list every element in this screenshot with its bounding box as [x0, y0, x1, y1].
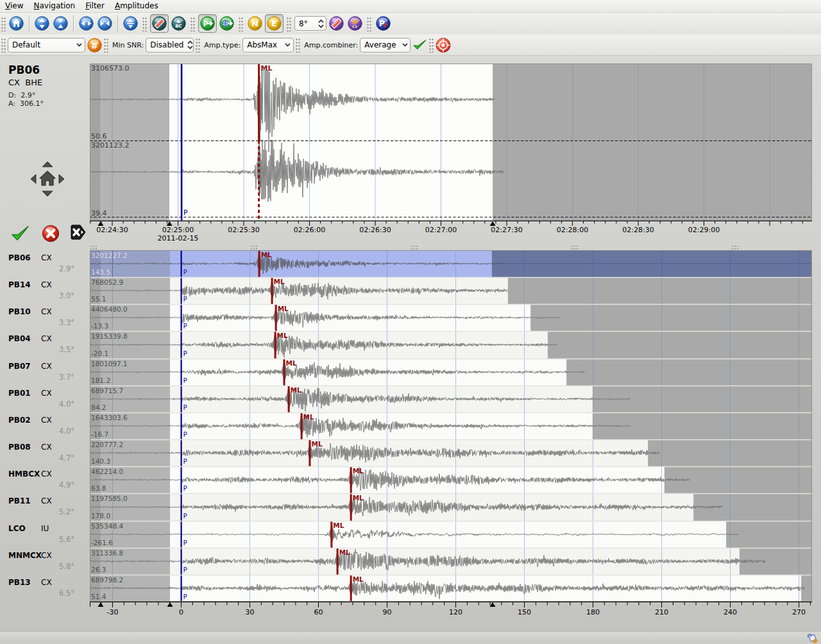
- ml-amplitude-marker[interactable]: [288, 386, 290, 412]
- recalculate-target-button[interactable]: [436, 37, 451, 54]
- list-time-axis-canvas: -300306090120150180210240270: [0, 601, 821, 620]
- menu-amplitudes[interactable]: Amplitudes: [110, 1, 164, 12]
- amp-max-value: 689798.2: [91, 576, 123, 584]
- p-pick-marker[interactable]: [181, 277, 182, 304]
- filter-profile[interactable]: Default: [8, 38, 85, 53]
- station-list-canvas[interactable]: 3201227.2143.5PML768052.955.1PML4406480.…: [90, 250, 812, 602]
- trace-row-PB10[interactable]: 4406480.0-13.3PML: [90, 304, 812, 331]
- amplitude-toolbar: Default#Min SNR:DisabledAmp.type:AbsMaxA…: [0, 35, 821, 56]
- toolbar-separator-line: [29, 15, 30, 32]
- ml-amplitude-marker[interactable]: [258, 250, 260, 277]
- p-pick-marker[interactable]: [181, 359, 182, 386]
- trace-row-HMBCX[interactable]: 462214.063.8PML: [90, 466, 812, 493]
- nav-home-button[interactable]: [40, 171, 55, 185]
- p-marker-label: P: [183, 403, 187, 411]
- p-pick-marker[interactable]: [181, 521, 182, 548]
- p-pick-marker[interactable]: [181, 548, 182, 575]
- toolbar-separator-dots: [142, 16, 147, 31]
- ml-amplitude-marker[interactable]: [337, 548, 339, 575]
- menu-view[interactable]: View: [0, 1, 28, 12]
- align-on-origin-time-button[interactable]: [218, 15, 235, 32]
- trace-row-PB11[interactable]: 1197585.0178.0PML: [90, 493, 812, 521]
- ml-amplitude-marker[interactable]: [350, 575, 352, 602]
- ml-amplitude-marker[interactable]: [275, 331, 276, 359]
- ml-marker-label: ML: [333, 521, 344, 529]
- seconds-tick-label: 150: [518, 608, 531, 616]
- trace-row-PB13[interactable]: 689798.251.4PML: [90, 575, 812, 602]
- toggle-filter-hash-button[interactable]: #: [87, 37, 102, 54]
- home-button[interactable]: [8, 15, 25, 32]
- trace-row-PB08[interactable]: 220777.2140.3PML: [90, 439, 812, 466]
- p-pick-marker[interactable]: [181, 386, 182, 412]
- ml-amplitude-marker[interactable]: [309, 439, 310, 466]
- amp-type-combo[interactable]: AbsMax: [242, 38, 294, 53]
- apply-amplitudes-button[interactable]: [412, 37, 427, 54]
- p-pick-marker[interactable]: [181, 439, 182, 466]
- time-zoom-in-button[interactable]: [96, 15, 114, 32]
- network-code: CX: [41, 334, 52, 343]
- ml-amplitude-marker[interactable]: [350, 493, 352, 521]
- p-pick-marker[interactable]: [181, 493, 182, 521]
- trace-row-PB01[interactable]: 689715.784.2PML: [90, 386, 812, 412]
- ml-amplitude-marker[interactable]: [330, 521, 332, 548]
- nav-left-arrow[interactable]: [31, 174, 36, 183]
- show-labels-abc-button[interactable]: ABC: [170, 15, 187, 32]
- trace-row-PB14[interactable]: 768052.955.1PML: [90, 277, 812, 304]
- p-pick-marker[interactable]: [181, 412, 182, 439]
- trace-row-PB02[interactable]: 1643303.6-16.7PML: [90, 412, 812, 439]
- ml-marker-label: ML: [353, 494, 364, 502]
- compute-magnitudes-pv-button[interactable]: P: [375, 15, 392, 32]
- measure-ruler-button[interactable]: [150, 14, 169, 33]
- trace-row-PB07[interactable]: 1801097.1181.2PML: [90, 359, 812, 386]
- ml-amplitude-marker[interactable]: [271, 277, 273, 304]
- amp-combiner-combo[interactable]: Average: [360, 38, 410, 53]
- ml-amplitude-marker[interactable]: [258, 64, 260, 140]
- p-pick-marker[interactable]: [181, 64, 183, 221]
- amplitude-zoom-reset-button[interactable]: [52, 15, 69, 32]
- ml-amplitude-marker[interactable]: [350, 466, 352, 493]
- panel-splitter[interactable]: [90, 242, 812, 250]
- ml-amplitude-marker[interactable]: [301, 412, 303, 439]
- trace-row-PB04[interactable]: 1915339.8-20.1PML: [90, 331, 812, 359]
- nav-right-arrow[interactable]: [59, 174, 64, 183]
- ml-amplitude-marker[interactable]: [275, 304, 277, 331]
- trace-row-PB06[interactable]: 3201227.2143.5PML: [90, 250, 812, 277]
- p-marker-label: P: [183, 457, 187, 465]
- component-n-button[interactable]: N: [246, 15, 264, 32]
- p-pick-marker[interactable]: [181, 304, 182, 331]
- align-on-p-pick-button[interactable]: P: [198, 14, 217, 33]
- station-code-HMBCX: HMBCX: [8, 470, 40, 479]
- amp-max-value: 689715.7: [91, 387, 123, 394]
- time-tick-label: 02:25:00: [162, 226, 194, 234]
- nav-down-arrow[interactable]: [42, 191, 53, 196]
- nav-up-arrow[interactable]: [42, 162, 53, 167]
- zoom-station-name: PB06: [8, 64, 40, 76]
- component-e-button[interactable]: E: [265, 14, 284, 33]
- p-pick-marker[interactable]: [181, 331, 182, 359]
- fit-height-button[interactable]: [122, 15, 139, 32]
- measure-amplitudes-button[interactable]: [328, 15, 345, 32]
- menu-navigation[interactable]: Navigation: [28, 1, 80, 12]
- ml-amplitude-marker[interactable]: [284, 359, 285, 386]
- menu-filter[interactable]: Filter: [80, 1, 110, 12]
- min-snr-spinbox[interactable]: Disabled: [146, 38, 194, 53]
- trace-row-MNMCX[interactable]: 311336.826.3PML: [90, 548, 812, 575]
- distance-spinbox[interactable]: 8°: [294, 16, 326, 31]
- amplitude-zoom-in-button[interactable]: [33, 15, 51, 32]
- spinner-arrows-icon[interactable]: [187, 40, 193, 49]
- amp-max-value: 768052.9: [91, 278, 123, 286]
- seconds-tick-label: 90: [383, 608, 392, 616]
- network-code: CX: [41, 496, 52, 505]
- p-pick-marker[interactable]: [181, 575, 182, 602]
- seconds-tick-label: 30: [246, 608, 255, 616]
- network-code: CX: [41, 253, 52, 262]
- spinner-arrows-icon[interactable]: [316, 19, 326, 28]
- picker-settings-ip-button[interactable]: IP: [346, 15, 364, 32]
- zoom-station-stream: CX BHE: [8, 78, 42, 87]
- time-zoom-out-button[interactable]: [78, 15, 95, 32]
- trace-row-LCO[interactable]: 535348.4-261.6PML: [90, 521, 812, 548]
- p-pick-marker[interactable]: [181, 466, 182, 493]
- p-pick-marker[interactable]: [181, 250, 182, 277]
- toolbar-separator-dots: [367, 16, 371, 31]
- zoom-trace-canvas[interactable]: 3106573.050.63201123.239.4MLP: [90, 64, 812, 221]
